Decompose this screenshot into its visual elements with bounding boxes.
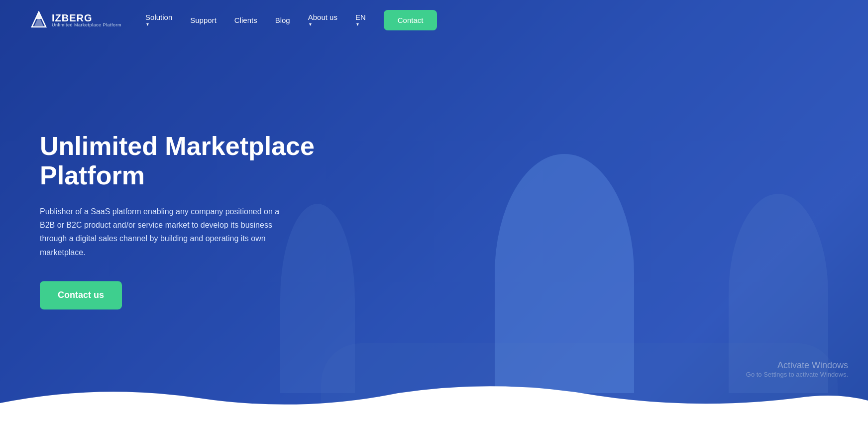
hero-description: Publisher of a SaaS platform enabling an…: [40, 205, 289, 259]
nav-item-solution[interactable]: Solution ▾: [145, 13, 172, 27]
nav-links: Solution ▾ Support Clients Blog About us…: [145, 10, 838, 30]
navbar: IZBERG Unlimited Marketplace Platform So…: [0, 0, 868, 40]
logo-link[interactable]: IZBERG Unlimited Marketplace Platform: [30, 11, 121, 29]
hero-photo-area: [260, 0, 868, 423]
chevron-down-icon-about: ▾: [309, 21, 337, 27]
nav-label-blog: Blog: [275, 16, 290, 24]
nav-label-clients: Clients: [234, 16, 257, 24]
nav-item-blog[interactable]: Blog: [275, 16, 290, 24]
nav-item-contact[interactable]: Contact: [384, 10, 437, 30]
hero-wave: [0, 383, 868, 423]
nav-item-clients[interactable]: Clients: [234, 16, 257, 24]
person-center: [495, 154, 634, 393]
nav-label-about: About us: [308, 13, 337, 21]
nav-label-solution: Solution: [145, 13, 172, 21]
nav-item-lang[interactable]: EN ▾: [355, 13, 366, 27]
nav-label-support: Support: [190, 16, 217, 24]
activate-windows-title: Activate Windows: [746, 360, 848, 371]
nav-item-about[interactable]: About us ▾: [308, 13, 337, 27]
izberg-logo-icon: [30, 11, 48, 29]
hero-title: Unlimited Marketplace Platform: [40, 132, 328, 191]
activate-windows-subtitle: Go to Settings to activate Windows.: [746, 371, 848, 378]
nav-contact-button[interactable]: Contact: [384, 10, 437, 30]
brand-tagline: Unlimited Marketplace Platform: [52, 23, 121, 27]
activate-windows-watermark: Activate Windows Go to Settings to activ…: [746, 360, 848, 378]
hero-section: IZBERG Unlimited Marketplace Platform So…: [0, 0, 868, 423]
chevron-down-icon-lang: ▾: [356, 21, 366, 27]
nav-item-support[interactable]: Support: [190, 16, 217, 24]
chevron-down-icon: ▾: [146, 21, 172, 27]
nav-label-lang: EN: [355, 13, 366, 21]
hero-cta-button[interactable]: Contact us: [40, 281, 122, 309]
hero-content: Unlimited Marketplace Platform Publisher…: [40, 132, 328, 309]
brand-name: IZBERG: [52, 13, 121, 23]
